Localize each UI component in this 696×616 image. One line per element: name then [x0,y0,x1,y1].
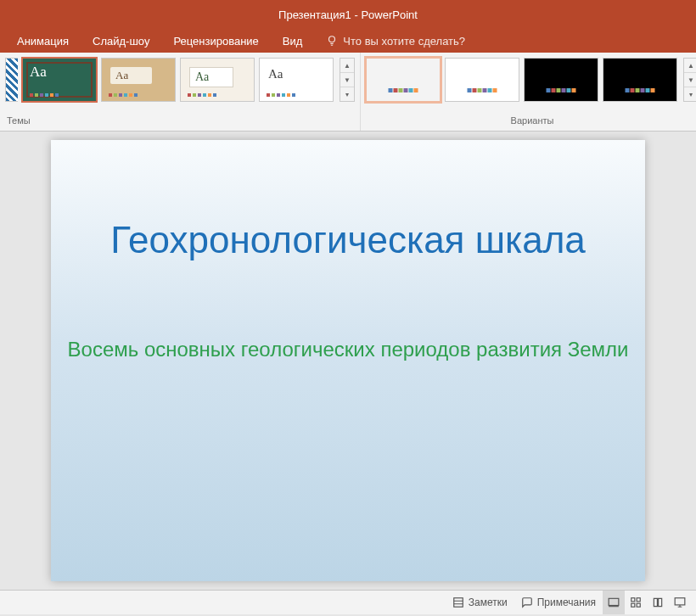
theme-sample-text: Aa [30,64,47,81]
theme-swatches [188,93,216,97]
svg-rect-1 [454,598,463,608]
theme-sample-text: Aa [110,67,152,84]
notes-button[interactable]: Заметки [446,591,514,614]
theme-swatches [30,93,59,97]
variant-thumb-black1[interactable] [524,58,598,102]
variant-swatches [468,88,497,92]
svg-rect-5 [631,603,635,607]
variants-group: ▲ ▼ ▾ Варианты [361,53,696,131]
view-sorter-button[interactable] [625,591,647,614]
title-bar: Презентация1 - PowerPoint [0,0,696,29]
variant-thumb-black2[interactable] [603,58,677,102]
comments-button[interactable]: Примечания [514,591,603,614]
slide-title[interactable]: Геохронологическая шкала [110,216,586,263]
svg-rect-3 [631,598,635,602]
tell-me-search[interactable]: Что вы хотите сделать? [326,35,465,48]
theme-thumb-wood[interactable]: Aa [101,58,176,102]
theme-sample-text: Aa [189,67,233,87]
theme-swatches [267,93,295,97]
svg-rect-6 [637,603,640,607]
comments-icon [521,596,533,608]
theme-sample-text: Aa [268,67,283,81]
notes-icon [452,596,464,608]
variant-swatches [389,88,418,92]
ribbon-tabs: Анимация Слайд-шоу Рецензирование Вид Чт… [0,29,696,53]
slide-subtitle[interactable]: Восемь основных геологических периодов р… [68,336,629,362]
tell-me-label: Что вы хотите сделать? [343,35,465,48]
svg-rect-7 [675,598,685,605]
theme-thumb-chalkboard[interactable]: Aa [22,58,97,102]
tab-review[interactable]: Рецензирование [161,29,270,53]
gallery-scroll-up[interactable]: ▲ [340,59,354,73]
view-reading-button[interactable] [647,591,669,614]
notes-label: Заметки [469,596,508,608]
slideshow-view-icon [673,596,687,608]
normal-view-icon [607,596,620,608]
comments-label: Примечания [537,596,596,608]
gallery-more[interactable]: ▾ [684,87,696,101]
gallery-more[interactable]: ▾ [340,87,354,101]
themes-group-label: Темы [0,114,360,131]
gallery-scroll-down[interactable]: ▼ [684,73,696,87]
tab-slideshow[interactable]: Слайд-шоу [81,29,161,53]
tab-view[interactable]: Вид [271,29,315,53]
svg-rect-2 [609,598,619,605]
gallery-scroll-down[interactable]: ▼ [340,73,354,87]
sorter-view-icon [629,596,643,608]
ribbon-body: Aa Aa Aa Aa ▲ ▼ ▾ Темы [0,53,696,132]
status-bar: Заметки Примечания [0,590,696,614]
svg-point-0 [329,36,335,42]
tab-animation[interactable]: Анимация [5,29,81,53]
slide-canvas[interactable]: Геохронологическая шкала Восемь основных… [51,140,645,581]
view-slideshow-button[interactable] [669,591,691,614]
reading-view-icon [651,596,665,608]
svg-rect-4 [637,598,640,602]
themes-group: Aa Aa Aa Aa ▲ ▼ ▾ Темы [0,53,361,131]
window-title: Презентация1 - PowerPoint [278,8,418,21]
theme-thumb-paper[interactable]: Aa [180,58,255,102]
variants-gallery: ▲ ▼ ▾ [361,53,696,112]
variant-swatches [547,88,576,92]
variant-thumb-white[interactable] [445,58,519,102]
theme-swatches [109,93,138,97]
themes-gallery-spinner: ▲ ▼ ▾ [340,58,355,102]
theme-thumb-plain[interactable]: Aa [259,58,334,102]
gallery-scroll-up[interactable]: ▲ [684,59,696,73]
variant-swatches [626,88,655,92]
theme-thumb-current-fragment[interactable] [5,58,18,102]
themes-gallery: Aa Aa Aa Aa ▲ ▼ ▾ [0,53,360,112]
view-normal-button[interactable] [603,591,625,614]
variants-gallery-spinner: ▲ ▼ ▾ [683,58,696,102]
variant-thumb-light[interactable] [366,58,441,102]
slide-edit-area: Геохронологическая шкала Восемь основных… [0,132,696,590]
variants-group-label: Варианты [361,114,696,131]
lightbulb-icon [326,35,338,47]
